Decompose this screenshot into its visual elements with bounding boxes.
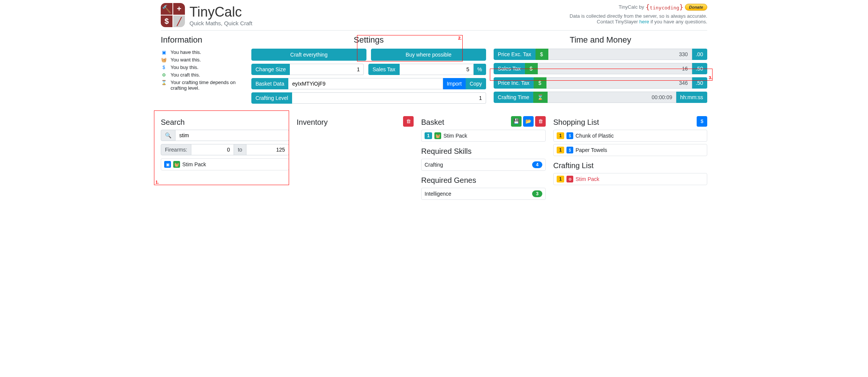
byline-prefix: TinyCalc by bbox=[619, 4, 644, 10]
annotation-2-label: 2. bbox=[458, 36, 462, 40]
information-panel: Information ▣You have this. 🧺You want th… bbox=[161, 35, 244, 107]
required-skills-title: Required Skills bbox=[421, 147, 546, 156]
crafting-list-title: Crafting List bbox=[553, 161, 707, 170]
crafting-time-suffix: hh:mm:ss bbox=[676, 92, 707, 103]
header-right: TinyCalc by tinycoding Donate Data is co… bbox=[569, 3, 707, 25]
basket-item[interactable]: 1 🧺 Stim Pack bbox=[421, 130, 546, 142]
copy-button[interactable]: Copy bbox=[466, 78, 486, 89]
price-exc-tax-label: Price Exc. Tax bbox=[494, 49, 535, 60]
crafting-item[interactable]: 1 ⚙ Stim Pack bbox=[553, 173, 707, 185]
skill-row: Crafting 4 bbox=[421, 159, 546, 171]
info-text: You craft this. bbox=[171, 72, 200, 78]
time-money-panel: Time and Money Price Exc. Tax $ 330 .00 … bbox=[494, 35, 707, 107]
save-icon: 💾 bbox=[513, 118, 519, 124]
dollar-icon: $ bbox=[536, 49, 548, 60]
sales-tax-input[interactable] bbox=[400, 64, 474, 75]
annotation-3-label: 3. bbox=[709, 75, 712, 80]
hourglass-icon: ⌛ bbox=[161, 80, 167, 86]
info-text: Your crafting time depends on crafting l… bbox=[171, 80, 244, 91]
basket-icon: 🧺 bbox=[173, 161, 180, 168]
dollar-icon: $ bbox=[700, 118, 703, 124]
crafting-level-input[interactable] bbox=[292, 92, 486, 104]
info-text: You buy this. bbox=[171, 64, 199, 70]
shopping-total-button[interactable]: $ bbox=[697, 116, 707, 127]
cogs-icon: ⚙ bbox=[566, 176, 573, 182]
search-icon: 🔍 bbox=[161, 130, 175, 141]
change-size-input[interactable] bbox=[290, 64, 364, 75]
range-to-input[interactable] bbox=[246, 144, 289, 155]
brand: 🔨+$╱ TinyCalc Quick Maths, Quick Craft bbox=[161, 3, 252, 27]
import-button[interactable]: Import bbox=[443, 78, 466, 89]
inventory-panel: Inventory 🗑 bbox=[297, 113, 414, 130]
basket-open-button[interactable]: 📂 bbox=[523, 116, 534, 127]
contact-link[interactable]: here bbox=[639, 19, 649, 25]
basket-panel: Basket 💾 📂 🗑 1 🧺 Stim Pack Required Skil… bbox=[421, 113, 546, 202]
shopping-item-name: Chunk of Plastic bbox=[576, 133, 614, 139]
header: 🔨+$╱ TinyCalc Quick Maths, Quick Craft T… bbox=[161, 3, 707, 31]
trash-icon: 🗑 bbox=[538, 118, 543, 124]
square-icon: ▣ bbox=[164, 161, 171, 168]
shopping-item[interactable]: 1 $ Chunk of Plastic bbox=[553, 130, 707, 142]
sales-tax-label[interactable]: Sales Tax bbox=[368, 64, 399, 75]
required-genes-title: Required Genes bbox=[421, 176, 546, 185]
hourglass-icon: ⌛ bbox=[533, 92, 548, 103]
basket-clear-button[interactable]: 🗑 bbox=[535, 116, 546, 127]
change-size-label[interactable]: Change Size bbox=[251, 64, 290, 75]
settings-title: Settings bbox=[251, 35, 486, 45]
crafting-level-label: Crafting Level bbox=[251, 92, 292, 104]
contact-prefix: Contact TinySlayer bbox=[597, 19, 639, 25]
byline-brand-link[interactable]: tinycoding bbox=[646, 3, 683, 11]
skill-level: 4 bbox=[532, 161, 542, 168]
contact-suffix: if you have any questions. bbox=[649, 19, 707, 25]
crafting-time-value: 00:00:09 bbox=[548, 92, 676, 103]
basket-icon: 🧺 bbox=[434, 132, 441, 139]
donate-button[interactable]: Donate bbox=[685, 4, 707, 11]
basket-save-button[interactable]: 💾 bbox=[511, 116, 522, 127]
price-inc-tax-suffix: .50 bbox=[692, 77, 707, 89]
info-text: You have this. bbox=[171, 49, 201, 55]
lists-panel: Shopping List $ 1 $ Chunk of Plastic 1 $… bbox=[553, 113, 707, 187]
price-exc-tax-value: 330 bbox=[548, 49, 692, 60]
range-separator: to bbox=[234, 144, 246, 155]
folder-open-icon: 📂 bbox=[525, 118, 531, 124]
sales-tax-amount-label: Sales Tax bbox=[494, 63, 525, 74]
app-logo: 🔨+$╱ bbox=[161, 3, 185, 27]
gene-row: Intelligence 3 bbox=[421, 188, 546, 200]
search-panel: Search 🔍 Firearms: to ▣ 🧺 Stim Pack 1. bbox=[161, 113, 289, 173]
search-result[interactable]: ▣ 🧺 Stim Pack bbox=[161, 158, 289, 170]
dollar-icon: $ bbox=[525, 63, 538, 74]
gene-name: Intelligence bbox=[425, 191, 451, 197]
search-input[interactable] bbox=[175, 130, 289, 141]
basket-title: Basket bbox=[421, 118, 444, 127]
price-exc-tax-suffix: .00 bbox=[692, 49, 707, 60]
buy-where-possible-button[interactable]: Buy where possible bbox=[371, 49, 486, 61]
time-money-title: Time and Money bbox=[494, 35, 707, 45]
shopping-item-qty: 1 bbox=[557, 132, 564, 139]
cogs-icon: ⚙ bbox=[161, 72, 167, 78]
search-result-name: Stim Pack bbox=[182, 161, 206, 167]
information-title: Information bbox=[161, 35, 244, 45]
sales-tax-amount-value: 16 bbox=[538, 63, 692, 74]
square-icon: ▣ bbox=[161, 49, 167, 55]
shopping-item-qty: 1 bbox=[557, 147, 564, 153]
app-title: TinyCalc bbox=[189, 4, 252, 20]
price-inc-tax-label: Price Inc. Tax bbox=[494, 77, 534, 89]
shopping-list-title: Shopping List bbox=[553, 118, 599, 127]
basket-item-name: Stim Pack bbox=[443, 133, 467, 139]
range-from-input[interactable] bbox=[191, 144, 234, 155]
gene-level: 3 bbox=[532, 190, 542, 197]
search-title: Search bbox=[161, 118, 289, 127]
dollar-icon: $ bbox=[566, 147, 573, 153]
basket-data-input[interactable] bbox=[288, 78, 443, 89]
crafting-item-qty: 1 bbox=[557, 176, 564, 182]
shopping-item[interactable]: 1 $ Paper Towels bbox=[553, 144, 707, 156]
info-text: You want this. bbox=[171, 57, 201, 63]
app-subtitle: Quick Maths, Quick Craft bbox=[189, 20, 252, 26]
inventory-clear-button[interactable]: 🗑 bbox=[403, 116, 414, 127]
annotation-1-label: 1. bbox=[155, 180, 159, 184]
crafting-time-label: Crafting Time bbox=[494, 92, 533, 103]
basket-data-label: Basket Data bbox=[251, 78, 288, 89]
sales-tax-unit: % bbox=[474, 64, 486, 75]
craft-everything-button[interactable]: Craft everything bbox=[251, 49, 366, 61]
inventory-title: Inventory bbox=[297, 118, 328, 127]
